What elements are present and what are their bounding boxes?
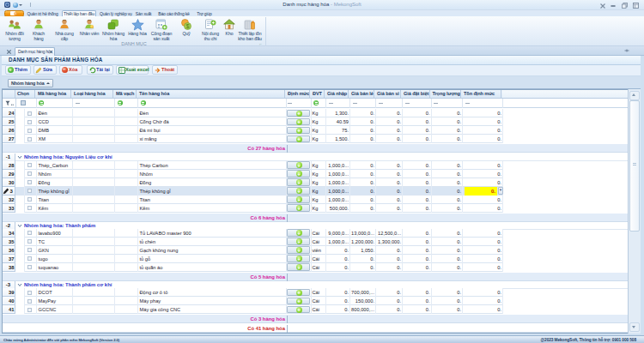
svg-text:$: $ [186, 23, 190, 29]
